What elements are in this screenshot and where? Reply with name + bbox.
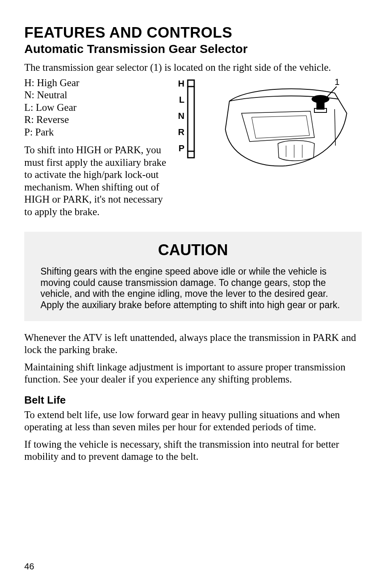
svg-rect-3 xyxy=(188,151,194,158)
page-subtitle: Automatic Transmission Gear Selector xyxy=(24,42,362,56)
page-title: FEATURES AND CONTROLS xyxy=(24,24,362,41)
gear-info-row: H: High Gear N: Neutral L: Low Gear R: R… xyxy=(24,77,362,220)
caution-title: CAUTION xyxy=(40,241,346,259)
gear-definitions: H: High Gear N: Neutral L: Low Gear R: R… xyxy=(24,77,170,220)
page-number: 46 xyxy=(24,561,34,572)
gear-gate-diagram: H L N R P xyxy=(178,77,202,159)
caution-body: Shifting gears with the engine speed abo… xyxy=(40,266,346,311)
gate-letter-n: N xyxy=(178,112,185,121)
gear-def-l: L: Low Gear xyxy=(24,102,170,114)
svg-rect-0 xyxy=(188,80,194,87)
vehicle-illustration: 1 xyxy=(210,77,362,170)
gate-letter-r: R xyxy=(178,128,185,137)
gate-letter-l: L xyxy=(178,95,185,104)
linkage-note: Maintaining shift linkage adjustment is … xyxy=(24,361,362,385)
gate-letter-h: H xyxy=(178,79,185,88)
callout-1: 1 xyxy=(335,77,339,87)
intro-text: The transmission gear selector (1) is lo… xyxy=(24,61,362,74)
gear-def-n: N: Neutral xyxy=(24,89,170,102)
caution-box: CAUTION Shifting gears with the engine s… xyxy=(24,232,362,321)
svg-line-8 xyxy=(335,109,335,146)
gear-def-h: H: High Gear xyxy=(24,77,170,89)
gear-gate-icon xyxy=(187,79,197,159)
belt-life-heading: Belt Life xyxy=(24,394,362,406)
gate-letter-p: P xyxy=(178,144,185,153)
park-note: Whenever the ATV is left unattended, alw… xyxy=(24,332,362,355)
belt-text-2: If towing the vehicle is necessary, shif… xyxy=(24,438,362,462)
belt-text-1: To extend belt life, use low forward gea… xyxy=(24,409,362,433)
shift-note: To shift into HIGH or PARK, you must fir… xyxy=(24,144,170,218)
gear-def-p: P: Park xyxy=(24,126,170,139)
gear-def-r: R: Reverse xyxy=(24,114,170,126)
